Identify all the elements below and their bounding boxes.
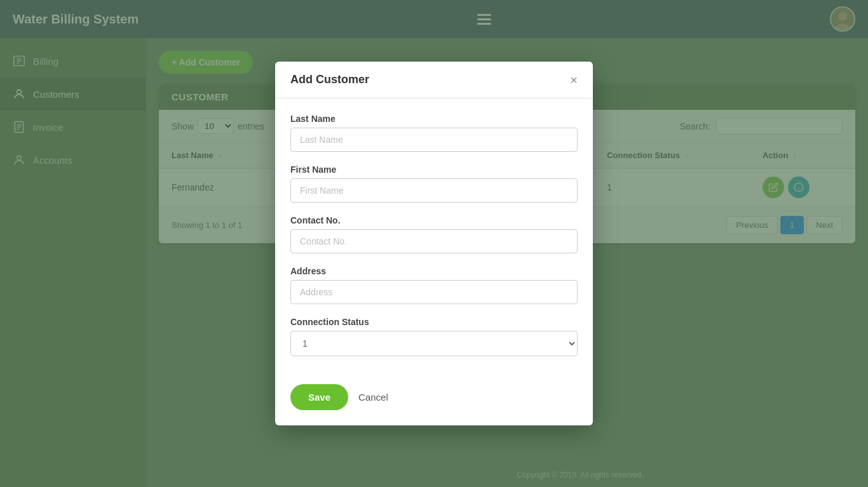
modal-title: Add Customer xyxy=(290,73,369,86)
save-button[interactable]: Save xyxy=(290,384,348,410)
modal-close-button[interactable]: × xyxy=(570,74,578,86)
modal-footer: Save Cancel xyxy=(275,384,593,425)
modal-header: Add Customer × xyxy=(275,62,593,98)
label-address: Address xyxy=(290,266,578,276)
add-customer-modal: Add Customer × Last Name First Name Cont… xyxy=(275,62,593,425)
label-connection-status: Connection Status xyxy=(290,317,578,327)
input-contact-no[interactable] xyxy=(290,229,578,253)
label-first-name: First Name xyxy=(290,164,578,175)
field-contact-no: Contact No. xyxy=(290,215,578,253)
input-address[interactable] xyxy=(290,280,578,304)
field-address: Address xyxy=(290,266,578,304)
label-contact-no: Contact No. xyxy=(290,215,578,225)
field-last-name: Last Name xyxy=(290,114,578,152)
select-connection-status[interactable]: 1 2 3 xyxy=(290,331,578,356)
modal-body: Last Name First Name Contact No. Address… xyxy=(275,98,593,384)
modal-overlay[interactable]: Add Customer × Last Name First Name Cont… xyxy=(0,0,868,487)
field-first-name: First Name xyxy=(290,164,578,203)
label-last-name: Last Name xyxy=(290,114,578,124)
input-first-name[interactable] xyxy=(290,178,578,203)
field-connection-status: Connection Status 1 2 3 xyxy=(290,317,578,356)
cancel-button[interactable]: Cancel xyxy=(358,392,388,403)
input-last-name[interactable] xyxy=(290,128,578,152)
